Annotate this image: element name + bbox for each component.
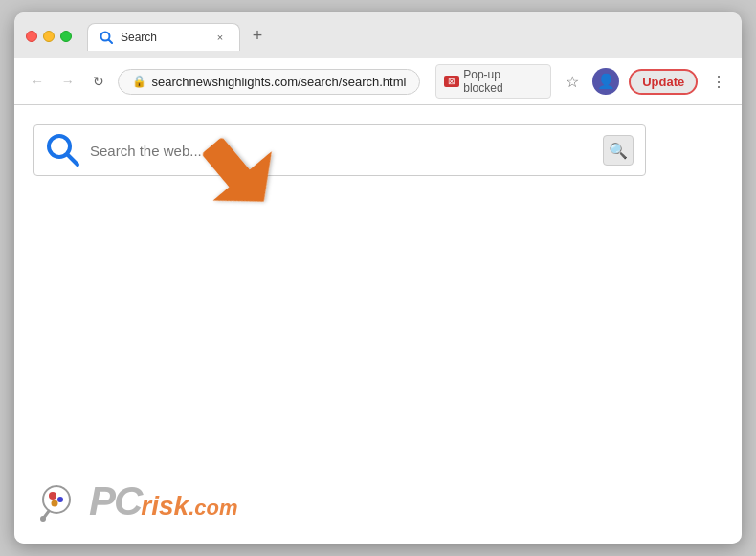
browser-window: Search × + ← → ↻ 🔒 searchnewshighlights.… bbox=[14, 12, 742, 544]
search-logo bbox=[46, 133, 80, 167]
browser-menu-button[interactable]: ⋮ bbox=[707, 70, 730, 93]
domain-label: .com bbox=[189, 496, 237, 521]
search-container: 🔍 bbox=[33, 124, 646, 176]
address-text: searchnewshighlights.com/search/search.h… bbox=[152, 75, 407, 89]
search-go-button[interactable]: 🔍 bbox=[603, 135, 634, 166]
minimize-button[interactable] bbox=[43, 31, 55, 42]
maximize-button[interactable] bbox=[60, 31, 72, 42]
popup-blocked-badge[interactable]: ⊠ Pop-up blocked bbox=[435, 64, 550, 99]
active-tab[interactable]: Search × bbox=[87, 23, 240, 51]
svg-point-8 bbox=[57, 497, 63, 502]
bookmark-button[interactable]: ☆ bbox=[561, 70, 584, 93]
svg-point-7 bbox=[49, 492, 56, 500]
svg-line-3 bbox=[68, 155, 78, 165]
new-tab-button[interactable]: + bbox=[244, 22, 271, 49]
address-field[interactable]: 🔒 searchnewshighlights.com/search/search… bbox=[118, 69, 421, 95]
profile-button[interactable]: 👤 bbox=[592, 68, 619, 95]
pcrisk-watermark: PC risk .com bbox=[33, 478, 238, 524]
tab-favicon bbox=[100, 31, 113, 44]
reload-button[interactable]: ↻ bbox=[87, 70, 110, 93]
page-content: 🔍 bbox=[14, 105, 742, 544]
back-button[interactable]: ← bbox=[26, 70, 49, 93]
search-input[interactable] bbox=[90, 143, 603, 159]
risk-label: risk bbox=[141, 491, 189, 522]
tab-title: Search bbox=[121, 31, 205, 44]
pcrisk-text: PC risk .com bbox=[89, 478, 238, 524]
svg-line-1 bbox=[109, 40, 113, 44]
address-right-controls: ⊠ Pop-up blocked ☆ 👤 Update ⋮ bbox=[435, 64, 730, 99]
traffic-lights bbox=[26, 31, 72, 42]
address-bar: ← → ↻ 🔒 searchnewshighlights.com/search/… bbox=[14, 58, 742, 105]
svg-point-9 bbox=[52, 500, 58, 507]
forward-button[interactable]: → bbox=[56, 70, 79, 93]
tab-bar: Search × + bbox=[87, 22, 730, 51]
popup-blocked-label: Pop-up blocked bbox=[463, 68, 542, 95]
title-bar: Search × + bbox=[14, 12, 742, 58]
pc-label: PC bbox=[89, 478, 141, 524]
tab-close-button[interactable]: × bbox=[212, 30, 228, 45]
lock-icon: 🔒 bbox=[132, 75, 146, 88]
svg-point-6 bbox=[43, 486, 70, 513]
close-button[interactable] bbox=[26, 31, 37, 42]
profile-icon: 👤 bbox=[597, 73, 615, 90]
search-go-icon: 🔍 bbox=[609, 142, 628, 160]
update-button[interactable]: Update bbox=[629, 69, 698, 95]
popup-blocked-icon: ⊠ bbox=[444, 76, 459, 87]
svg-point-11 bbox=[40, 516, 46, 522]
